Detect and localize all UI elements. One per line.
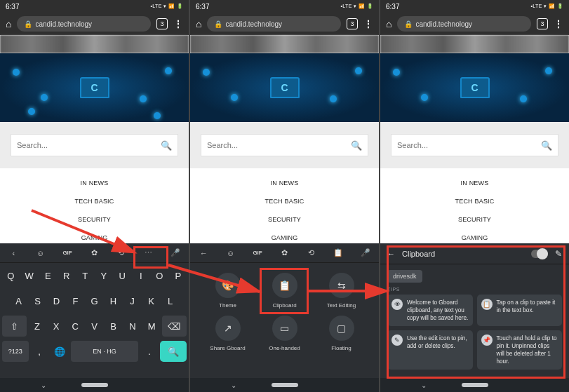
search-input[interactable] — [207, 141, 351, 149]
grid-clipboard[interactable]: 📋Clipboard — [260, 273, 309, 309]
key-x[interactable]: X — [47, 316, 65, 337]
grid-one-handed[interactable]: ▭One-handed — [260, 316, 309, 351]
nav-item[interactable]: TECH BASIC — [74, 198, 114, 205]
key-v[interactable]: V — [86, 316, 103, 337]
tabs-button[interactable]: 3 — [156, 18, 168, 29]
nav-item[interactable]: TECH BASIC — [265, 198, 304, 205]
grid-floating[interactable]: ▢Floating — [316, 316, 366, 351]
key-y[interactable]: Y — [95, 265, 113, 286]
key-search[interactable]: 🔍 — [160, 341, 187, 362]
home-icon[interactable]: ⌂ — [196, 18, 201, 29]
menu-icon[interactable]: ⋮ — [363, 18, 373, 29]
nav-item[interactable]: GAMING — [81, 234, 108, 241]
home-icon[interactable]: ⌂ — [6, 18, 11, 29]
nav-home-pill[interactable] — [272, 383, 298, 387]
nav-home-pill[interactable] — [81, 383, 108, 387]
search-icon[interactable]: 🔍 — [541, 140, 552, 151]
key-f[interactable]: F — [67, 290, 84, 311]
nav-item[interactable]: IN NEWS — [461, 180, 489, 187]
toolbar-back-icon[interactable]: ← — [190, 249, 217, 257]
sticker-icon[interactable]: ☺ — [217, 249, 243, 257]
sticker-icon[interactable]: ☺ — [27, 249, 53, 257]
key-e[interactable]: E — [39, 265, 57, 286]
menu-icon[interactable]: ⋮ — [554, 18, 563, 29]
nav-item[interactable]: SECURITY — [458, 216, 491, 223]
key-g[interactable]: G — [86, 290, 103, 311]
key-j[interactable]: J — [123, 290, 141, 311]
nav-down-icon[interactable]: ⌄ — [231, 381, 236, 389]
tip-card[interactable]: 📌Touch and hold a clip to pin it. Unpinn… — [477, 330, 563, 370]
more-icon[interactable]: ⋯ — [135, 248, 161, 257]
tabs-button[interactable]: 3 — [347, 18, 358, 29]
nav-item[interactable]: GAMING — [462, 234, 488, 241]
key-t[interactable]: T — [76, 265, 94, 286]
gif-icon[interactable]: GIF — [54, 250, 81, 256]
nav-down-icon[interactable]: ⌄ — [421, 381, 427, 389]
key-q[interactable]: Q — [2, 265, 20, 286]
key-backspace[interactable]: ⌫ — [162, 316, 187, 337]
back-icon[interactable]: ← — [387, 250, 395, 258]
search-box[interactable]: 🔍 — [11, 135, 178, 156]
search-box[interactable]: 🔍 — [391, 135, 558, 156]
search-icon[interactable]: 🔍 — [351, 140, 362, 151]
key-k[interactable]: K — [142, 290, 160, 311]
settings-icon[interactable]: ✿ — [271, 248, 297, 257]
edit-icon[interactable]: ✎ — [555, 249, 562, 259]
translate-icon[interactable]: ⟲ — [298, 248, 325, 257]
tip-card[interactable]: ✎Use the edit icon to pin, add or delete… — [387, 330, 473, 370]
key-dot[interactable]: . — [140, 341, 159, 362]
key-m[interactable]: M — [143, 316, 161, 337]
key-p[interactable]: P — [170, 265, 187, 286]
address-bar[interactable]: 🔒 candid.technology — [207, 16, 341, 32]
key-s[interactable]: S — [29, 290, 46, 311]
key-z[interactable]: Z — [28, 316, 46, 337]
nav-item[interactable]: GAMING — [272, 234, 298, 241]
key-d[interactable]: D — [48, 290, 65, 311]
key-a[interactable]: A — [10, 290, 27, 311]
key-b[interactable]: B — [105, 316, 122, 337]
grid-share[interactable]: ↗Share Gboard — [203, 316, 253, 351]
key-i[interactable]: I — [133, 265, 150, 286]
search-icon[interactable]: 🔍 — [161, 140, 172, 151]
mic-icon[interactable]: 🎤 — [162, 248, 189, 257]
translate-icon[interactable]: ⟲ — [108, 248, 135, 257]
search-box[interactable]: 🔍 — [201, 135, 368, 156]
grid-text-editing[interactable]: ⇆Text Editing — [316, 273, 366, 309]
key-symbols[interactable]: ?123 — [2, 341, 29, 362]
mic-icon[interactable]: 🎤 — [352, 248, 379, 257]
key-space[interactable]: EN · HG — [71, 341, 139, 362]
nav-home-pill[interactable] — [462, 383, 488, 387]
toolbar-back-icon[interactable]: ‹ — [0, 249, 27, 257]
key-o[interactable]: O — [151, 265, 168, 286]
grid-theme[interactable]: 🎨Theme — [203, 273, 253, 309]
search-input[interactable] — [17, 141, 161, 149]
key-globe-icon[interactable]: 🌐 — [51, 341, 69, 362]
tip-card[interactable]: 📋Tap on a clip to paste it in the text b… — [477, 295, 563, 326]
search-input[interactable] — [397, 141, 541, 149]
home-icon[interactable]: ⌂ — [386, 18, 391, 29]
key-h[interactable]: H — [105, 290, 122, 311]
key-shift[interactable]: ⇧ — [2, 316, 27, 337]
address-bar[interactable]: 🔒 candid.technology — [397, 16, 531, 32]
key-comma[interactable]: , — [30, 341, 49, 362]
clip-chip[interactable]: drivesdk — [387, 270, 422, 283]
menu-icon[interactable]: ⋮ — [173, 18, 183, 29]
address-bar[interactable]: 🔒 candid.technology — [17, 16, 151, 32]
settings-icon[interactable]: ✿ — [81, 248, 107, 257]
nav-item[interactable]: IN NEWS — [81, 180, 109, 187]
nav-item[interactable]: SECURITY — [268, 216, 301, 223]
key-l[interactable]: L — [161, 290, 179, 311]
key-r[interactable]: R — [58, 265, 76, 286]
nav-item[interactable]: IN NEWS — [271, 180, 299, 187]
tabs-button[interactable]: 3 — [537, 18, 548, 29]
key-w[interactable]: W — [21, 265, 39, 286]
nav-item[interactable]: TECH BASIC — [455, 198, 494, 205]
key-c[interactable]: C — [67, 316, 84, 337]
gif-icon[interactable]: GIF — [244, 250, 271, 256]
nav-down-icon[interactable]: ⌄ — [41, 381, 46, 389]
clipboard-toolbar-icon[interactable]: 📋 — [325, 248, 352, 257]
tip-card[interactable]: 👁Welcome to Gboard clipboard, any text y… — [387, 295, 473, 326]
clipboard-toggle[interactable] — [531, 250, 548, 258]
key-u[interactable]: U — [114, 265, 131, 286]
key-n[interactable]: N — [123, 316, 141, 337]
